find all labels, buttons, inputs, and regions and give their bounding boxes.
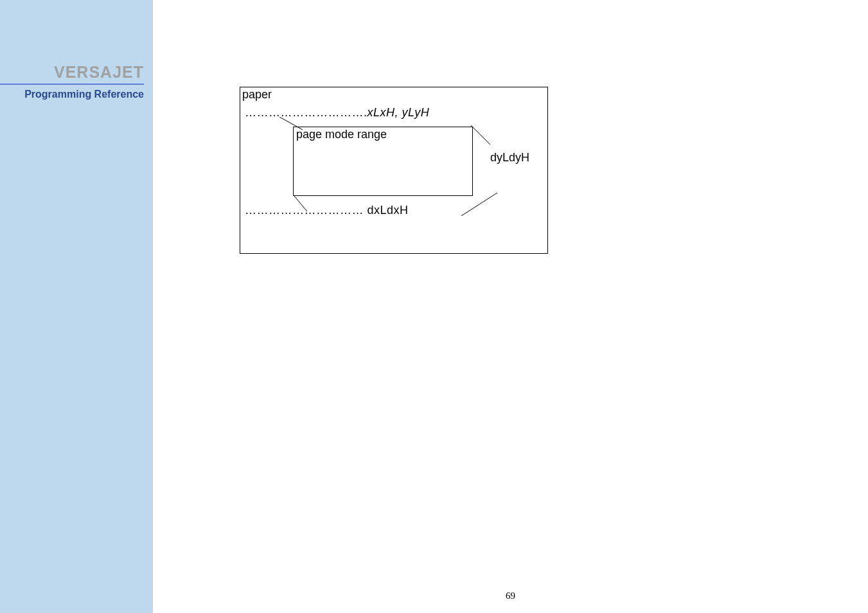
top-coord-label: xLxH, yLyH bbox=[368, 106, 430, 119]
svg-line-1 bbox=[471, 125, 490, 145]
bottom-dots: ………………………… bbox=[245, 204, 364, 217]
page-mode-diagram: paper ………………………….xLxH, yLyH page mode ra… bbox=[240, 87, 548, 254]
paper-label: paper bbox=[242, 88, 272, 102]
top-dots: …………………………. bbox=[245, 106, 368, 119]
brand-divider bbox=[0, 84, 144, 85]
bottom-coordinate-row: ………………………… dxLdxH bbox=[245, 204, 409, 217]
right-coord-label: dyLdyH bbox=[490, 151, 529, 164]
corner-tick-bottom-right bbox=[461, 193, 497, 216]
brand-title: VERSAJET bbox=[0, 63, 144, 82]
page-content: paper ………………………….xLxH, yLyH page mode ra… bbox=[153, 0, 868, 613]
bottom-coord-label: dxLdxH bbox=[368, 204, 409, 217]
svg-line-0 bbox=[279, 117, 303, 130]
document-subtitle: Programming Reference bbox=[0, 89, 144, 100]
corner-tick-top-left bbox=[279, 117, 303, 130]
page-number: 69 bbox=[506, 591, 515, 601]
page-mode-range-label: page mode range bbox=[296, 128, 387, 141]
corner-tick-top-right bbox=[471, 125, 490, 145]
top-coordinate-row: ………………………….xLxH, yLyH bbox=[245, 106, 429, 120]
sidebar: VERSAJET Programming Reference bbox=[0, 0, 153, 613]
svg-line-3 bbox=[461, 193, 497, 216]
